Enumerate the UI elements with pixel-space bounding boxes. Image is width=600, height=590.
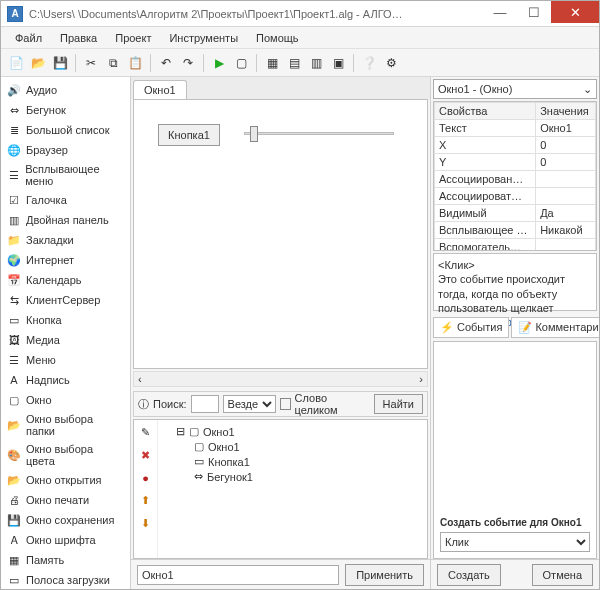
event-type-select[interactable]: Клик [440,532,590,552]
run-icon[interactable]: ▶ [210,54,228,72]
toolbox-item[interactable]: ▭Полоса загрузки [3,571,128,589]
toolbox-item[interactable]: 📂Окно открытия [3,471,128,489]
design-slider1[interactable] [244,122,394,144]
tool-icon-3[interactable]: ▥ [307,54,325,72]
toolbox-item[interactable]: 🎨Окно выбора цвета [3,441,128,469]
slider-icon: ⇔ [194,470,203,483]
object-selector-label: Окно1 - (Окно) [438,83,512,95]
menu-help[interactable]: Помощь [248,30,307,46]
event-tabs: ⚡События 📝Комментарии [433,315,597,339]
settings-icon[interactable]: ⚙ [382,54,400,72]
toolbox-item[interactable]: ☑Галочка [3,191,128,209]
toolbox-label: Интернет [26,254,74,266]
menu-tools[interactable]: Инструменты [161,30,246,46]
toolbox-item[interactable]: ⇆КлиентСервер [3,291,128,309]
whole-word-checkbox[interactable] [280,398,291,410]
chevron-down-icon: ⌄ [583,83,592,96]
menubar: Файл Правка Проект Инструменты Помощь [1,27,599,49]
open-icon[interactable]: 📂 [29,54,47,72]
tool-icon-2[interactable]: ▤ [285,54,303,72]
toolbox-item[interactable]: ▢Окно [3,391,128,409]
toolbox-item[interactable]: ▥Двойная панель [3,211,128,229]
toolbox-item[interactable]: 📅Календарь [3,271,128,289]
app-window: A C:\Users\ \Documents\Алгоритм 2\Проект… [0,0,600,590]
new-icon[interactable]: 📄 [7,54,25,72]
create-event-label: Создать событие для Окно1 [440,517,590,528]
collapse-icon[interactable]: ⊟ [176,425,185,438]
object-selector[interactable]: Окно1 - (Окно) ⌄ [433,79,597,99]
properties-grid[interactable]: СвойстваЗначенияТекстОкно1X0Y0Ассоцииров… [433,101,597,251]
toolbox-item[interactable]: 📁Закладки [3,231,128,249]
toolbox-item[interactable]: ☰Меню [3,351,128,369]
toolbox-item[interactable]: 🖨Окно печати [3,491,128,509]
find-button[interactable]: Найти [374,394,423,414]
apply-button[interactable]: Применить [345,564,424,586]
menu-project[interactable]: Проект [107,30,159,46]
tree-item-label: Кнопка1 [208,456,250,468]
tab-comments[interactable]: 📝Комментарии [511,317,599,338]
info-icon[interactable]: ⓘ [138,397,149,412]
toolbox-sidebar: 🔊Аудио⇔Бегунок≣Большой список🌐Браузер☰Вс… [1,77,131,589]
tool-icon-1[interactable]: ▦ [263,54,281,72]
toolbox-item[interactable]: 🌐Браузер [3,141,128,159]
toolbox-label: Календарь [26,274,82,286]
tree-up-icon[interactable]: ⬆ [141,494,150,507]
stop-icon[interactable]: ▢ [232,54,250,72]
toolbox-item[interactable]: AНадпись [3,371,128,389]
tab-window1[interactable]: Окно1 [133,80,187,99]
toolbox-item[interactable]: ▭Кнопка [3,311,128,329]
properties-panel: Окно1 - (Окно) ⌄ СвойстваЗначенияТекстОк… [431,77,599,589]
tool-icon-4[interactable]: ▣ [329,54,347,72]
toolbox-icon: ⇆ [7,293,21,307]
redo-icon[interactable]: ↷ [179,54,197,72]
help-icon[interactable]: ❔ [360,54,378,72]
designer-tabstrip: Окно1 [131,77,430,99]
tree-down-icon[interactable]: ⬇ [141,517,150,530]
object-tree[interactable]: ⊟▢Окно1 ▢Окно1 ▭Кнопка1 ⇔Бегунок1 [158,420,427,558]
design-button1[interactable]: Кнопка1 [158,124,220,146]
tree-record-icon[interactable]: ● [142,472,149,484]
window-icon: ▢ [194,440,204,453]
toolbox-item[interactable]: ▦Память [3,551,128,569]
undo-icon[interactable]: ↶ [157,54,175,72]
toolbox-icon: ⇔ [7,103,21,117]
toolbox-label: Окно печати [26,494,89,506]
toolbox-item[interactable]: ⇔Бегунок [3,101,128,119]
cut-icon[interactable]: ✂ [82,54,100,72]
toolbox-icon: 📂 [7,418,21,432]
tree-item-label: Окно1 [208,441,240,453]
search-scope-select[interactable]: Везде [223,395,276,413]
app-icon: A [7,6,23,22]
object-name-input[interactable] [137,565,339,585]
tab-events[interactable]: ⚡События [433,317,509,338]
toolbox-label: Окно открытия [26,474,102,486]
toolbox-item[interactable]: 📂Окно выбора папки [3,411,128,439]
toolbox-item[interactable]: 🌍Интернет [3,251,128,269]
canvas-scrollbar[interactable]: ‹› [133,371,428,387]
window-title: C:\Users\ \Documents\Алгоритм 2\Проекты\… [29,8,483,20]
toolbox-label: Двойная панель [26,214,109,226]
close-button[interactable]: ✕ [551,1,599,23]
create-button[interactable]: Создать [437,564,501,586]
cancel-button[interactable]: Отмена [532,564,593,586]
maximize-button[interactable]: ☐ [517,1,551,23]
toolbox-item[interactable]: ≣Большой список [3,121,128,139]
paste-icon[interactable]: 📋 [126,54,144,72]
designer-canvas[interactable]: Кнопка1 [133,99,428,369]
copy-icon[interactable]: ⧉ [104,54,122,72]
tree-edit-icon[interactable]: ✎ [141,426,150,439]
toolbox-label: Полоса загрузки [26,574,110,586]
toolbox-item[interactable]: 🖼Медиа [3,331,128,349]
minimize-button[interactable]: — [483,1,517,23]
menu-edit[interactable]: Правка [52,30,105,46]
save-icon[interactable]: 💾 [51,54,69,72]
toolbox-item[interactable]: 🔊Аудио [3,81,128,99]
toolbox-icon: ▥ [7,213,21,227]
menu-file[interactable]: Файл [7,30,50,46]
tree-delete-icon[interactable]: ✖ [141,449,150,462]
event-description: <Клик> Это событие происходит тогда, ког… [433,253,597,311]
toolbox-item[interactable]: ☰Всплывающее меню [3,161,128,189]
toolbox-item[interactable]: ᎪОкно шрифта [3,531,128,549]
search-input[interactable] [191,395,219,413]
toolbox-item[interactable]: 💾Окно сохранения [3,511,128,529]
